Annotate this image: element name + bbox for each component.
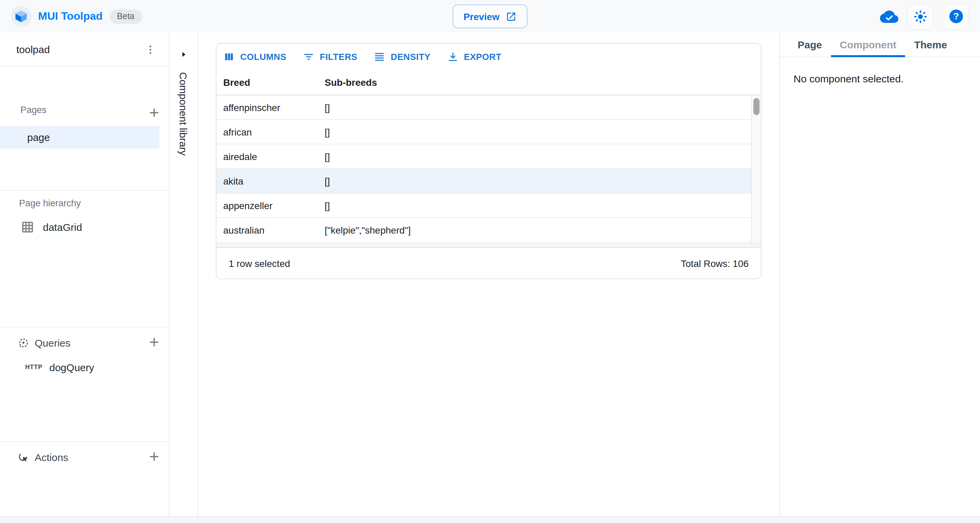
columns-button[interactable]: COLUMNS: [223, 51, 286, 62]
density-button-label: DENSITY: [391, 51, 430, 62]
export-button[interactable]: EXPORT: [447, 51, 501, 62]
svg-text:?: ?: [953, 11, 959, 21]
datagrid-rows: affenpinscher [] african [] airedale []: [216, 95, 751, 242]
preview-button[interactable]: Preview: [453, 5, 527, 28]
beta-badge: Beta: [110, 9, 142, 24]
add-action-button[interactable]: [145, 447, 163, 466]
preview-button-label: Preview: [463, 11, 500, 22]
vertical-scrollbar-thumb[interactable]: [753, 98, 759, 115]
brightness-icon: [913, 9, 928, 24]
filters-button-label: FILTERS: [320, 51, 358, 62]
divider: [0, 190, 169, 191]
datagrid-virtual-scroller: affenpinscher [] african [] airedale []: [216, 95, 761, 247]
columns-button-label: COLUMNS: [240, 51, 286, 62]
column-header-subbreeds[interactable]: Sub-breeds: [318, 77, 761, 88]
datagrid-footer: 1 row selected Total Rows: 106: [216, 247, 761, 279]
subbreeds-cell[interactable]: []: [318, 126, 751, 137]
query-item-label: dogQuery: [49, 361, 94, 373]
subbreeds-cell[interactable]: []: [318, 175, 751, 186]
breed-cell[interactable]: affenpinscher: [216, 102, 318, 113]
tab-theme[interactable]: Theme: [905, 33, 956, 56]
open-in-new-icon: [506, 11, 517, 22]
breed-cell[interactable]: appenzeller: [216, 200, 318, 211]
export-button-label: EXPORT: [464, 51, 501, 62]
page-canvas[interactable]: COLUMNS FILTERS: [198, 33, 778, 517]
ads-click-icon: [18, 451, 29, 463]
total-rows-count: Total Rows: 106: [681, 258, 749, 269]
divider: [0, 327, 169, 328]
datagrid-toolbar: COLUMNS FILTERS: [216, 43, 761, 69]
inspector-tabs: Page Component Theme: [780, 33, 980, 57]
sidebar-item-datagrid[interactable]: dataGrid: [21, 217, 82, 237]
mui-toolpad-logo-icon: [11, 6, 31, 27]
queries-section-label: Queries: [35, 337, 70, 348]
help-button[interactable]: ?: [943, 3, 969, 30]
export-download-icon: [447, 51, 458, 62]
datagrid-component[interactable]: COLUMNS FILTERS: [216, 43, 762, 279]
breed-cell[interactable]: airedale: [216, 151, 318, 162]
add-icon: [147, 335, 161, 349]
explorer-sidebar: toolpad Pages page Page hierarchy: [0, 33, 169, 517]
tab-page[interactable]: Page: [789, 33, 831, 56]
app-title: MUI Toolpad: [38, 10, 103, 22]
app-header: MUI Toolpad Beta Preview: [0, 0, 980, 33]
vertical-scrollbar[interactable]: [751, 95, 761, 244]
header-actions: ?: [880, 0, 969, 33]
hierarchy-section-label: Page hierarchy: [19, 198, 81, 208]
add-page-button[interactable]: [145, 104, 163, 122]
filters-button[interactable]: FILTERS: [303, 51, 358, 62]
table-row[interactable]: african []: [216, 120, 751, 144]
grid-icon: [21, 220, 35, 234]
tab-component[interactable]: Component: [831, 33, 905, 56]
tree-item-label: dataGrid: [43, 221, 82, 233]
add-query-button[interactable]: [145, 333, 163, 351]
subbreeds-cell[interactable]: []: [318, 102, 751, 113]
project-name: toolpad: [0, 43, 50, 55]
horizontal-scrollbar[interactable]: [216, 243, 761, 247]
theme-toggle-button[interactable]: [907, 3, 934, 30]
add-icon: [147, 450, 161, 464]
actions-section-header: Actions: [18, 449, 68, 465]
subbreeds-cell[interactable]: []: [318, 151, 751, 162]
sidebar-item-page[interactable]: page: [0, 126, 159, 148]
inspector-panel: Page Component Theme No component select…: [779, 33, 980, 517]
filter-list-icon: [303, 51, 314, 62]
help-icon: ?: [948, 8, 964, 24]
queries-section-header: Queries: [18, 334, 70, 351]
rows-selected-status: 1 row selected: [229, 258, 290, 269]
component-library-label: Component library: [178, 72, 189, 156]
table-row[interactable]: akita []: [216, 169, 751, 193]
datagrid-column-headers: Breed Sub-breeds: [216, 69, 761, 95]
app-window: MUI Toolpad Beta Preview: [0, 0, 980, 523]
bottom-edge-strip: [0, 516, 980, 523]
project-row: toolpad: [0, 33, 169, 67]
actions-section-label: Actions: [35, 451, 68, 463]
sidebar-item-dogquery[interactable]: HTTP dogQuery: [25, 357, 94, 376]
auto-refresh-icon: [18, 337, 29, 348]
table-row[interactable]: appenzeller []: [216, 193, 751, 218]
cloud-done-icon: [880, 7, 898, 26]
table-row[interactable]: affenpinscher []: [216, 95, 751, 120]
divider: [0, 441, 169, 442]
subbreeds-cell[interactable]: ["kelpie","shepherd"]: [318, 224, 751, 235]
view-columns-icon: [223, 51, 235, 62]
project-menu-button[interactable]: [141, 40, 159, 59]
table-row[interactable]: australian ["kelpie","shepherd"]: [216, 218, 751, 242]
table-row[interactable]: airedale []: [216, 144, 751, 169]
column-header-breed[interactable]: Breed: [216, 77, 318, 88]
add-icon: [147, 105, 161, 120]
density-button[interactable]: DENSITY: [374, 51, 430, 62]
kebab-menu-icon: [144, 43, 156, 56]
subbreeds-cell[interactable]: []: [318, 200, 751, 211]
chevron-right-icon[interactable]: [177, 48, 190, 61]
no-component-message: No component selected.: [794, 73, 980, 85]
component-library-panel[interactable]: Component library: [169, 33, 198, 517]
http-badge: HTTP: [25, 364, 43, 370]
pages-section-label: Pages: [21, 105, 47, 115]
density-icon: [374, 51, 385, 62]
brand: MUI Toolpad Beta: [0, 6, 142, 27]
breed-cell[interactable]: akita: [216, 175, 318, 186]
breed-cell[interactable]: african: [216, 126, 318, 137]
breed-cell[interactable]: australian: [216, 224, 318, 235]
